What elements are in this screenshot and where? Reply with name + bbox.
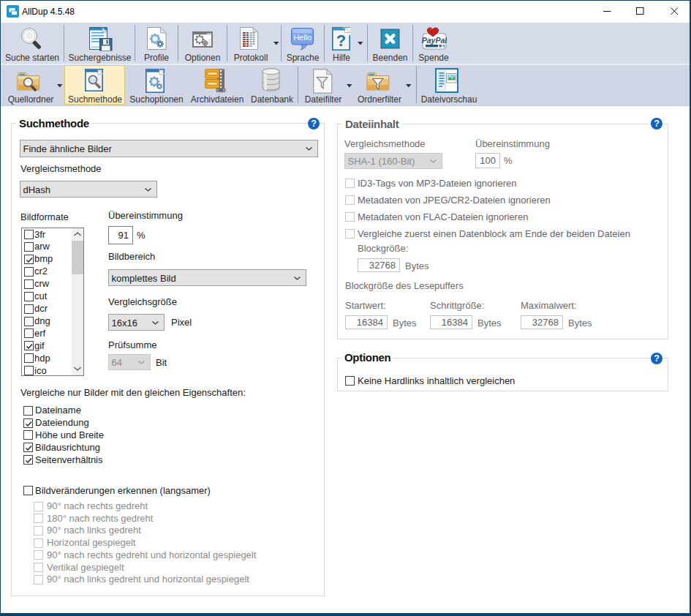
- svg-text:?: ?: [336, 31, 346, 50]
- svg-text:Hello: Hello: [293, 33, 311, 42]
- svg-text:PayPal: PayPal: [422, 36, 447, 45]
